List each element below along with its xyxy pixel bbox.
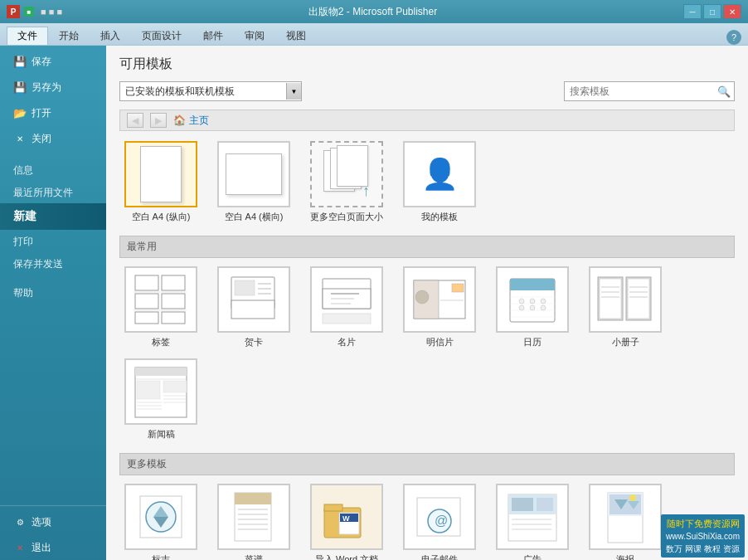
sidebar-item-exit[interactable]: ✕ 退出 <box>0 535 106 560</box>
postcard-caption: 明信片 <box>426 336 454 348</box>
booklet-caption: 小册子 <box>612 336 639 348</box>
blank-portrait-label: 空白 A4 (纵向) <box>132 211 191 222</box>
minimize-btn[interactable]: ─ <box>683 4 702 19</box>
nav-back-btn[interactable]: ◀ <box>127 113 143 128</box>
my-templates-label: 我的模板 <box>421 211 458 222</box>
sidebar-item-info[interactable]: 信息 <box>0 158 106 181</box>
template-filter-select[interactable]: 已安装的模板和联机模板 ▼ <box>119 81 302 101</box>
tab-page-design[interactable]: 页面设计 <box>131 27 192 45</box>
sidebar-item-saveas[interactable]: 💾 另存为 <box>0 75 106 100</box>
close-icon: ✕ <box>13 133 27 146</box>
sidebar-item-print[interactable]: 打印 <box>0 230 106 252</box>
svg-rect-69 <box>324 504 342 511</box>
svg-text:@: @ <box>435 514 448 528</box>
template-filter-arrow[interactable]: ▼ <box>286 83 301 100</box>
label-thumb <box>124 266 197 333</box>
newspaper-icon <box>132 364 190 419</box>
search-icon[interactable]: 🔍 <box>714 82 734 100</box>
home-icon: 🏠 <box>173 114 186 126</box>
business-card-caption: 名片 <box>338 336 356 348</box>
card-caption: 贺卡 <box>245 336 263 348</box>
svg-rect-82 <box>537 498 553 511</box>
sidebar-item-options[interactable]: ⚙ 选项 <box>0 509 106 535</box>
booklet-icon <box>596 272 654 327</box>
svg-rect-23 <box>452 284 464 292</box>
ad-thumb <box>496 484 569 550</box>
svg-rect-62 <box>235 493 271 504</box>
word-import-icon: W <box>318 489 376 544</box>
svg-point-24 <box>415 290 429 304</box>
poster-caption: 海报 <box>616 553 634 560</box>
svg-rect-19 <box>323 314 371 324</box>
template-filter-label: 已安装的模板和联机模板 <box>120 85 286 99</box>
sidebar-item-send[interactable]: 保存并发送 <box>0 252 106 275</box>
portrait-paper-icon <box>140 146 182 202</box>
sidebar-item-close[interactable]: ✕ 关闭 <box>0 126 106 152</box>
template-card[interactable]: 贺卡 <box>212 266 295 348</box>
template-logo[interactable]: 标志 <box>119 484 202 560</box>
window-controls[interactable]: ─ □ ✕ <box>683 4 741 19</box>
maximize-btn[interactable]: □ <box>703 4 721 19</box>
card-icon <box>225 272 283 327</box>
card-thumb <box>217 266 290 333</box>
email-icon: @ <box>410 489 469 544</box>
more-blank-thumb: ↑ <box>310 141 383 207</box>
template-blank-portrait[interactable]: 空白 A4 (纵向) <box>119 141 202 222</box>
svg-rect-10 <box>235 280 255 295</box>
svg-rect-4 <box>162 294 185 309</box>
svg-rect-27 <box>510 289 555 290</box>
tab-home[interactable]: 开始 <box>48 27 90 45</box>
svg-point-37 <box>541 305 546 310</box>
template-more-blank[interactable]: ↑ 更多空白页面大小 <box>305 141 388 222</box>
template-booklet[interactable]: 小册子 <box>584 266 667 348</box>
tab-file[interactable]: 文件 <box>7 27 48 45</box>
sidebar: 💾 保存 💾 另存为 📂 打开 ✕ 关闭 信息 最近所用文件 新建 打印 保存并 <box>0 46 106 560</box>
template-blank-landscape[interactable]: 空白 A4 (横向) <box>212 141 295 222</box>
ribbon-help: ? <box>726 30 741 45</box>
sidebar-item-save[interactable]: 💾 保存 <box>0 49 106 75</box>
svg-rect-3 <box>162 275 185 290</box>
window-title: 出版物2 - Microsoft Publisher <box>62 5 683 19</box>
logo-caption: 标志 <box>152 553 170 560</box>
template-label[interactable]: 标签 <box>119 266 202 348</box>
label-caption: 标签 <box>152 336 170 348</box>
svg-point-32 <box>519 299 524 304</box>
nav-forward-btn[interactable]: ▶ <box>150 113 167 128</box>
postcard-thumb <box>403 266 476 333</box>
nav-home-btn[interactable]: 🏠 主页 <box>173 114 209 128</box>
tab-review[interactable]: 审阅 <box>234 27 275 45</box>
template-calendar[interactable]: 日历 <box>491 266 574 348</box>
word-import-thumb: W <box>310 484 383 550</box>
poster-icon <box>596 489 654 544</box>
tab-view[interactable]: 视图 <box>275 27 317 45</box>
template-email[interactable]: @ 电子邮件 <box>398 484 481 560</box>
business-card-icon <box>318 272 376 327</box>
sidebar-item-help[interactable]: 帮助 <box>0 281 106 304</box>
template-menu[interactable]: 菜谱 <box>212 484 295 560</box>
svg-point-33 <box>530 299 535 304</box>
sidebar-item-recent[interactable]: 最近所用文件 <box>0 181 106 203</box>
template-postcard[interactable]: 明信片 <box>398 266 481 348</box>
email-thumb: @ <box>403 484 476 550</box>
person-icon: 👤 <box>421 157 459 192</box>
template-my-templates[interactable]: 👤 我的模板 <box>398 141 481 222</box>
sidebar-item-open[interactable]: 📂 打开 <box>0 100 106 126</box>
tab-insert[interactable]: 插入 <box>90 27 131 45</box>
template-search-box: 🔍 <box>564 81 735 101</box>
help-icon[interactable]: ? <box>726 30 741 45</box>
landscape-paper-icon <box>226 153 282 195</box>
template-search-input[interactable] <box>565 84 714 99</box>
template-ad[interactable]: 广告 <box>491 484 574 560</box>
tab-mail[interactable]: 邮件 <box>192 27 234 45</box>
template-poster[interactable]: 海报 <box>584 484 667 560</box>
titlebar: P ■ ■ ■ ■ 出版物2 - Microsoft Publisher ─ □… <box>0 0 748 23</box>
menu-thumb <box>217 484 290 550</box>
close-btn[interactable]: ✕ <box>723 4 741 19</box>
calendar-icon <box>503 272 561 327</box>
blank-landscape-label: 空白 A4 (横向) <box>225 211 284 222</box>
template-business-card[interactable]: 名片 <box>305 266 388 348</box>
template-newspaper[interactable]: 新闻稿 <box>119 358 202 440</box>
svg-text:W: W <box>342 514 350 523</box>
template-word-import[interactable]: W 导入 Word 文档 <box>305 484 388 560</box>
sidebar-item-new[interactable]: 新建 <box>0 203 106 230</box>
